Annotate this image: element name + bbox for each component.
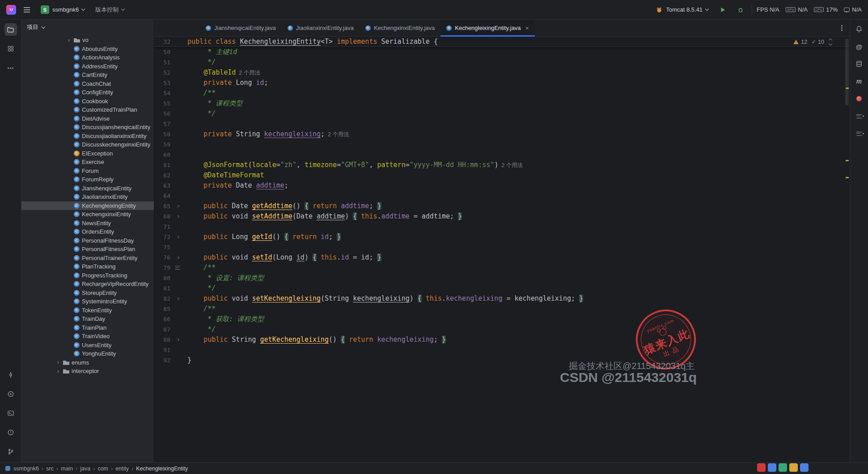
- fold-chevron-icon[interactable]: [170, 335, 185, 345]
- breadcrumb-item[interactable]: src: [46, 466, 54, 472]
- breadcrumb-item[interactable]: main: [61, 466, 73, 472]
- todo-list-icon[interactable]: [854, 111, 864, 122]
- tree-item-TrainDay[interactable]: CTrainDay: [21, 315, 154, 323]
- tree-item-DiscussjiaolianxinxiEntity[interactable]: CDiscussjiaolianxinxiEntity: [21, 132, 154, 141]
- ai-assistant-icon[interactable]: @: [854, 41, 864, 52]
- tree-item-ForumReply[interactable]: CForumReply: [21, 175, 154, 184]
- breadcrumb-item[interactable]: com: [97, 466, 108, 472]
- chevron-right-icon[interactable]: ›: [55, 369, 61, 374]
- project-tool-icon[interactable]: [4, 23, 17, 36]
- tree-item-UsersEntity[interactable]: CUsersEntity: [21, 341, 154, 350]
- notifications-bell-icon[interactable]: [854, 24, 864, 34]
- tab-KechengxinxiEntity.java[interactable]: CKechengxinxiEntity.java: [360, 20, 440, 36]
- tree-item-DietAdvise[interactable]: CDietAdvise: [21, 114, 154, 123]
- bookmarks-list-icon[interactable]: [854, 128, 864, 139]
- problems-tool-icon[interactable]: [4, 426, 17, 439]
- tree-item-AboutusEntity[interactable]: CAboutusEntity: [21, 45, 154, 54]
- tree-item-PlanTracking[interactable]: CPlanTracking: [21, 262, 154, 271]
- tree-item-EIException[interactable]: CEIException: [21, 149, 154, 158]
- breadcrumb-item[interactable]: KechengleixingEntity: [136, 466, 188, 472]
- chevron-down-icon[interactable]: [829, 42, 832, 45]
- tree-item-KechengleixingEntity[interactable]: CKechengleixingEntity: [21, 201, 154, 210]
- tree-item-PersonalTrainerEntity[interactable]: CPersonalTrainerEntity: [21, 254, 154, 263]
- tree-item-PersonalFitnessPlan[interactable]: CPersonalFitnessPlan: [21, 245, 154, 254]
- git-tool-icon[interactable]: [4, 445, 17, 458]
- chevron-right-icon[interactable]: ›: [66, 38, 72, 43]
- tree-item-KechengxinxiEntity[interactable]: CKechengxinxiEntity: [21, 210, 154, 219]
- tree-item-CoachChat[interactable]: CCoachChat: [21, 80, 154, 88]
- tab-KechengleixingEntity.java[interactable]: CKechengleixingEntity.java×: [440, 20, 534, 36]
- breadcrumb-item[interactable]: java: [80, 466, 90, 472]
- code-text: private Long id;: [185, 78, 268, 88]
- warning-stripe-mark[interactable]: [846, 177, 849, 178]
- tree-item-ActionAnalysis[interactable]: CActionAnalysis: [21, 53, 154, 62]
- warnings-indicator[interactable]: 12: [793, 39, 807, 45]
- tree-item-SystemintroEntity[interactable]: CSystemintroEntity: [21, 297, 154, 306]
- fold-chevron-icon[interactable]: [170, 252, 185, 263]
- project-widget[interactable]: S ssmbgnk6: [38, 3, 88, 16]
- tree-item-PersonalFitnessDay[interactable]: CPersonalFitnessDay: [21, 236, 154, 245]
- tree-item-CartEntity[interactable]: CCartEntity: [21, 71, 154, 80]
- code-text: * 获取: 课程类型: [185, 314, 264, 324]
- tree-item-JiaolianxinxiEntity[interactable]: CJiaolianxinxiEntity: [21, 193, 154, 201]
- tree-item-OrdersEntity[interactable]: COrdersEntity: [21, 227, 154, 236]
- commit-tool-icon[interactable]: [4, 369, 17, 381]
- database-icon[interactable]: [854, 59, 864, 69]
- vcs-widget[interactable]: 版本控制: [92, 4, 127, 16]
- more-vertical-icon[interactable]: [841, 27, 843, 29]
- more-tool-windows-icon[interactable]: [4, 62, 17, 74]
- project-view-header[interactable]: 项目: [21, 20, 154, 35]
- tree-item-NewsEntity[interactable]: CNewsEntity: [21, 219, 154, 228]
- tree-folder-vo[interactable]: ›vo: [21, 36, 154, 45]
- editor-scrollbar[interactable]: [844, 37, 850, 462]
- chevron-right-icon[interactable]: ›: [55, 360, 61, 365]
- close-icon[interactable]: ×: [525, 25, 529, 32]
- passed-indicator[interactable]: ✓ 10: [811, 38, 824, 45]
- fold-chevron-icon[interactable]: [170, 201, 185, 211]
- tree-item-TrainPlan[interactable]: CTrainPlan: [21, 323, 154, 332]
- breadcrumb-separator: ›: [42, 466, 43, 472]
- chevron-up-icon[interactable]: [829, 38, 832, 42]
- tree-item-JianshenqicaiEntity[interactable]: CJianshenqicaiEntity: [21, 184, 154, 193]
- run-tool-icon[interactable]: [4, 388, 17, 400]
- tree-item-Forum[interactable]: CForum: [21, 167, 154, 176]
- tree-item-CustomizedTrainPlan[interactable]: CCustomizedTrainPlan: [21, 105, 154, 114]
- tree-item-AddressEntity[interactable]: CAddressEntity: [21, 62, 154, 71]
- editor[interactable]: 32public class KechengleixingEntity<T> i…: [154, 37, 850, 462]
- warning-stripe-mark[interactable]: [846, 88, 849, 89]
- tree-folder-interceptor[interactable]: ›interceptor: [21, 367, 154, 376]
- tree-item-TokenEntity[interactable]: CTokenEntity: [21, 306, 154, 315]
- warning-stripe-mark[interactable]: [846, 160, 849, 161]
- debug-button[interactable]: [734, 4, 747, 16]
- run-button[interactable]: [716, 4, 729, 16]
- tree-item-RechargeVipRecordEntity[interactable]: CRechargeVipRecordEntity: [21, 280, 154, 289]
- tree-item-ConfigEntity[interactable]: CConfigEntity: [21, 88, 154, 97]
- gutter-space: [170, 47, 185, 57]
- tree-item-ProgressTracking[interactable]: CProgressTracking: [21, 271, 154, 280]
- run-config-widget[interactable]: Tomcat 8.5.41: [652, 4, 711, 16]
- tree-item-YonghuEntity[interactable]: CYonghuEntity: [21, 349, 154, 358]
- fold-chevron-icon[interactable]: [170, 294, 185, 304]
- fold-chevron-icon[interactable]: [170, 211, 185, 222]
- tree-item-Cookbook[interactable]: CCookbook: [21, 97, 154, 106]
- terminal-tool-icon[interactable]: [4, 407, 17, 419]
- tree-folder-enums[interactable]: ›enums: [21, 358, 154, 367]
- breadcrumb-item[interactable]: ssmbgnk6: [13, 466, 39, 472]
- scrollbar-thumb[interactable]: [845, 38, 849, 105]
- main-menu-button[interactable]: [21, 7, 33, 13]
- plugin-dot-icon[interactable]: [854, 93, 864, 104]
- fold-chevron-icon[interactable]: [170, 232, 185, 242]
- tree-item-TrainVideo[interactable]: CTrainVideo: [21, 332, 154, 341]
- tree-item-Exercise[interactable]: CExercise: [21, 158, 154, 167]
- tree-item-DiscusskechengxinxiEntity[interactable]: CDiscusskechengxinxiEntity: [21, 140, 154, 149]
- tree-item-DiscussjianshenqicaiEntity[interactable]: CDiscussjianshenqicaiEntity: [21, 123, 154, 132]
- tree-item-StoreupEntity[interactable]: CStoreupEntity: [21, 289, 154, 298]
- structure-tool-icon[interactable]: [4, 42, 17, 55]
- gutter-marker-icon[interactable]: [170, 263, 185, 273]
- tree-item-label: Cookbook: [82, 98, 108, 105]
- breadcrumb-item[interactable]: entity: [115, 466, 129, 472]
- tab-JianshenqicaiEntity.java[interactable]: CJianshenqicaiEntity.java: [200, 20, 282, 36]
- maven-icon[interactable]: m: [854, 76, 864, 87]
- code-line-59: 59: [154, 139, 850, 150]
- tab-JiaolianxinxiEntity.java[interactable]: CJiaolianxinxiEntity.java: [282, 20, 360, 36]
